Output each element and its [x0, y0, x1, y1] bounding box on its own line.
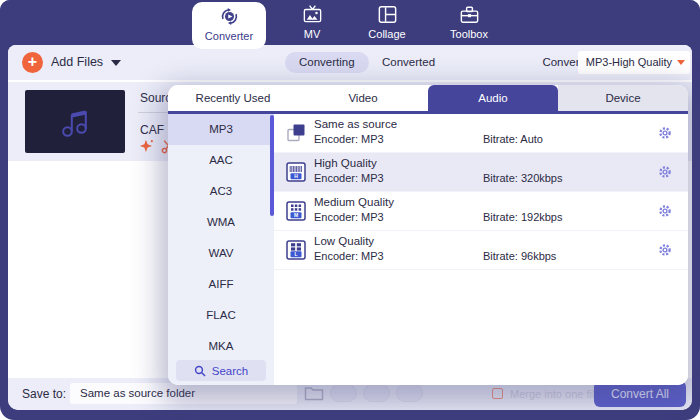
add-files-plus-icon[interactable]: +	[22, 52, 43, 73]
save-to-input[interactable]: Same as source folder	[70, 383, 297, 404]
quality-badge: L	[294, 251, 297, 257]
profile-row-same-as-source[interactable]: Same as source Encoder: MP3 Bitrate: Aut…	[274, 114, 688, 153]
profile-name: Same as source	[314, 118, 397, 130]
tab-converter[interactable]: Converter	[192, 2, 266, 49]
high-quality-icon: H	[284, 160, 308, 188]
converted-tab[interactable]: Converted	[368, 52, 449, 73]
add-files-dropdown-icon[interactable]	[111, 60, 121, 66]
profile-row-low-quality[interactable]: L Low Quality Encoder: MP3 Bitrate: 96kb…	[274, 231, 688, 270]
convert-all-to-select[interactable]: MP3-High Quality	[578, 51, 690, 74]
tab-mv-label: MV	[304, 28, 321, 40]
profile-settings-gear-icon[interactable]	[658, 165, 672, 183]
profile-list: Same as source Encoder: MP3 Bitrate: Aut…	[274, 114, 688, 385]
settings-pill-icon[interactable]	[396, 384, 423, 402]
popup-tab-audio[interactable]: Audio	[428, 85, 558, 111]
format-item-wma[interactable]: WMA	[168, 207, 274, 238]
collage-icon	[376, 0, 399, 26]
merge-checkbox[interactable]	[492, 388, 503, 399]
add-files-button[interactable]: Add Files	[51, 45, 103, 80]
profile-row-high-quality[interactable]: H High Quality Encoder: MP3 Bitrate: 320…	[274, 153, 688, 192]
tab-converter-label: Converter	[205, 30, 253, 42]
output-toolbar-icons	[304, 384, 423, 402]
profile-bitrate: Bitrate: 320kbps	[483, 172, 563, 184]
profile-settings-gear-icon[interactable]	[658, 243, 672, 261]
search-label: Search	[212, 365, 248, 377]
top-navigation-bar: Converter MV	[0, 0, 700, 45]
file-thumbnail	[25, 90, 125, 153]
same-as-source-icon	[284, 121, 308, 149]
edit-wand-icon[interactable]	[139, 139, 154, 154]
tab-collage[interactable]: Collage	[352, 0, 422, 45]
tab-mv[interactable]: MV	[282, 0, 342, 45]
file-toolbar: + Add Files Converting Converted Convert…	[8, 45, 692, 80]
tab-toolbox-label: Toolbox	[450, 28, 488, 40]
app-window: Converter MV	[0, 0, 700, 420]
medium-quality-icon: M	[284, 199, 308, 227]
format-item-aac[interactable]: AAC	[168, 145, 274, 176]
save-to-label: Save to:	[22, 378, 66, 410]
popup-tab-video[interactable]: Video	[298, 85, 428, 111]
toggle-pill-icon[interactable]	[330, 384, 357, 402]
format-item-aiff[interactable]: AIFF	[168, 269, 274, 300]
file-format-button[interactable]: CAF	[140, 123, 164, 137]
tab-toolbox[interactable]: Toolbox	[432, 0, 506, 45]
format-item-mka[interactable]: MKA	[168, 331, 274, 362]
popup-tabs: Recently Used Video Audio Device	[168, 85, 688, 111]
profile-bitrate: Bitrate: Auto	[483, 133, 543, 145]
mv-icon	[301, 0, 324, 26]
format-item-ac3[interactable]: AC3	[168, 176, 274, 207]
quality-badge: H	[294, 173, 298, 179]
search-button[interactable]: Search	[176, 360, 266, 381]
profile-name: Medium Quality	[314, 196, 394, 208]
format-item-wav[interactable]: WAV	[168, 238, 274, 269]
low-quality-icon: L	[284, 238, 308, 266]
converting-tab[interactable]: Converting	[285, 52, 369, 73]
format-item-mp3[interactable]: MP3	[168, 114, 274, 145]
format-item-flac[interactable]: FLAC	[168, 300, 274, 331]
profile-encoder: Encoder: MP3	[314, 250, 384, 262]
profile-row-medium-quality[interactable]: M Medium Quality Encoder: MP3 Bitrate: 1…	[274, 192, 688, 231]
profile-encoder: Encoder: MP3	[314, 133, 384, 145]
format-picker-popup: Recently Used Video Audio Device MP3 AAC…	[168, 85, 688, 385]
popup-body: MP3 AAC AC3 WMA WAV AIFF FLAC MKA Search	[168, 114, 688, 385]
toggle-pill-icon[interactable]	[363, 384, 390, 402]
profile-bitrate: Bitrate: 96kbps	[483, 250, 556, 262]
profile-name: Low Quality	[314, 235, 374, 247]
music-note-icon	[55, 102, 95, 142]
profile-settings-gear-icon[interactable]	[658, 204, 672, 222]
profile-settings-gear-icon[interactable]	[658, 126, 672, 144]
quality-badge: M	[294, 212, 298, 218]
popup-tab-device[interactable]: Device	[558, 85, 688, 111]
profile-name: High Quality	[314, 157, 377, 169]
converter-icon	[218, 2, 241, 28]
search-icon	[194, 365, 206, 377]
convert-all-to-caret-icon	[677, 60, 685, 65]
convert-all-to-value: MP3-High Quality	[586, 56, 672, 68]
toolbox-icon	[458, 0, 481, 26]
tab-collage-label: Collage	[368, 28, 405, 40]
open-folder-icon[interactable]	[304, 384, 324, 402]
profile-encoder: Encoder: MP3	[314, 211, 384, 223]
popup-tab-recently-used[interactable]: Recently Used	[168, 85, 298, 111]
profile-bitrate: Bitrate: 192kbps	[483, 211, 563, 223]
format-sidebar: MP3 AAC AC3 WMA WAV AIFF FLAC MKA Search	[168, 114, 274, 385]
profile-encoder: Encoder: MP3	[314, 172, 384, 184]
